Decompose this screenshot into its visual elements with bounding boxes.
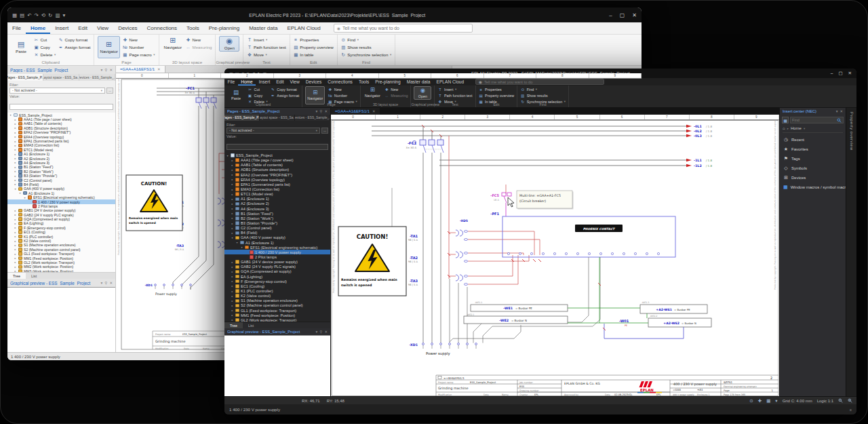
tree-expand-icon[interactable]: ▸ [14,252,17,256]
tree-item[interactable]: ▸ EA (Lighting) [224,274,330,279]
tree-item[interactable]: ▸ EFA2 (Overview "PROFINET") [224,172,330,177]
graphical-preview-header[interactable]: Graphical preview - ESS_Sample_Project ▾… [7,279,115,287]
insert-center-breadcrumb[interactable]: ⌂ ▸ Home ▾ [783,126,843,133]
tab-close-icon[interactable]: ✕ [372,109,376,113]
transformer-ta1[interactable]: -TA1 96 | 5 A [408,230,540,255]
tree-expand-icon[interactable]: ▸ [231,207,234,210]
tree-expand-icon[interactable]: ▾ [18,191,22,195]
tree-expand-icon[interactable]: ▸ [231,261,234,264]
tree-expand-icon[interactable]: ▸ [14,226,17,229]
tree-expand-icon[interactable]: ▸ [14,218,17,221]
space-navigator-button[interactable]: ⊞Navigator [363,86,382,98]
ribbon-tab[interactable]: Insert [50,22,73,34]
tree-item[interactable]: ▾ ESS_Sample_Project [224,153,330,158]
dock-tab[interactable]: Pages - ESS_Sample_P... [224,115,260,121]
text-insert-button[interactable]: TInsert▾ [247,37,285,43]
circuit-breaker-fc1[interactable]: -FC1 3× 30 A [406,126,443,153]
tree-expand-icon[interactable]: ▾ [9,113,12,117]
tree-item[interactable]: ▾ GAA (400 V power supply) [224,235,330,240]
tree-expand-icon[interactable]: ▸ [231,222,234,225]
tree-expand-icon[interactable]: ▸ [231,163,234,167]
insert-center-header[interactable]: Insert center (NEC) ▾ ✕ [780,108,846,115]
cut-button[interactable]: ✂Cut [34,37,56,43]
insert-center-item[interactable]: ◷ Recent [780,135,846,144]
panel-close-icon[interactable]: ✕ [324,109,328,113]
dock-tab[interactable]: Pages - ESS_Sample_P... [7,74,43,81]
tree-expand-icon[interactable]: ▸ [14,135,17,138]
tree-item[interactable]: ▸ GAB1 (24 V device power supply) [224,260,330,265]
insert-center-find[interactable] [790,117,844,123]
filter-select[interactable]: - Not activated -▾ [9,88,105,94]
terminal-strip-xd1[interactable]: -XD1 Power supply [409,343,477,357]
eplan-window-front[interactable]: ▦ ▤ ↶ ↷ ⟲ ↻ ▥ ▾ EPLAN Electric P8 2023 -… [224,69,856,415]
tree-expand-icon[interactable]: ▸ [14,239,17,243]
find-input[interactable] [792,118,837,122]
tree-item[interactable]: ▸ B2 (Station "Work") [224,216,330,220]
tab-close-icon[interactable]: ✕ [157,67,161,71]
tree-expand-icon[interactable]: ▸ [14,213,17,216]
tree-expand-icon[interactable]: ▸ [14,178,17,182]
paste-button[interactable]: ▤Paste [227,86,245,104]
tree-expand-icon[interactable]: ▸ [14,157,17,160]
ribbon-tab[interactable]: Home [26,22,50,34]
preview-open-button[interactable]: ◉Open [414,86,431,100]
cut-button[interactable]: ✂Cut [248,87,268,92]
tree-list-tab[interactable]: Tree [224,322,243,328]
tree-expand-icon[interactable]: ▸ [14,148,17,151]
ribbon-tab[interactable]: File [224,78,238,85]
panel-close-icon[interactable]: ✕ [109,281,113,285]
page-navigator-button[interactable]: ⊞Navigator [305,86,325,104]
busbar-a2-we2[interactable]: +A2-WE2 = Busbar N -WE2.2 [648,315,711,327]
preview-open-button[interactable]: ◉Open [219,36,239,52]
graphical-preview-thumbnail[interactable] [224,335,330,396]
tree-item[interactable]: ▸ K2 (Valve control) [224,294,330,298]
show-results-button[interactable]: ▥Show results [520,93,566,98]
tellme-search[interactable]: ◉ [334,24,473,33]
panel-menu-icon[interactable]: ▾ [101,68,103,72]
chevron-down-icon[interactable]: ▾ [804,127,805,130]
zoom-out-icon[interactable] [838,398,843,403]
ribbon-tab[interactable]: Connections [325,78,356,85]
tree-item[interactable]: ▸ EPA1 (Summarized parts list) [224,182,330,187]
tree-item[interactable]: ▸ S2 (Machine operation control panel) [224,303,330,308]
panel-pin-icon[interactable]: ⚲ [104,68,107,72]
tree-item[interactable]: ▸ AAA1 (Title page / cover sheet) [224,158,330,163]
tree-expand-icon[interactable]: ▸ [14,153,17,156]
value-input[interactable] [226,144,328,150]
space-navigator-button[interactable]: ⊞Navigator [163,36,183,51]
print-icon[interactable]: ▥ [55,12,60,18]
insert-center-item[interactable]: ⊞ Devices [780,173,846,182]
tree-expand-icon[interactable]: ▸ [231,182,234,186]
tree-expand-icon[interactable]: ▸ [14,209,17,212]
page-new-button[interactable]: ✚New [328,87,357,92]
tree-expand-icon[interactable]: ▸ [231,275,234,278]
circuit-breaker-fc1[interactable]: -FC1 3× 30 A [184,86,216,109]
tree-item[interactable]: ▸ GL1 (Feed workpiece: Transport) [224,308,330,313]
panel-pin-icon[interactable]: ⚲ [319,330,322,334]
graphical-preview-header[interactable]: Graphical preview - ESS_Sample_Project ▾… [224,328,330,335]
tellme-input[interactable] [342,26,469,31]
property-overview-button[interactable]: ▤Property overview [479,93,515,98]
tree-item[interactable]: ▸ S1 (Machine operation enclosure) [224,298,330,303]
graphical-preview-thumbnail[interactable] [7,287,115,352]
update-icon[interactable]: ↻ [48,12,52,18]
close-button[interactable]: ✕ [848,71,852,76]
tree-item[interactable]: ▾ A1 (Enclosure 1) [224,240,330,245]
value-input[interactable] [9,104,113,110]
move-button[interactable]: ✥Move▾ [247,52,285,58]
ribbon-tab[interactable]: Edit [73,22,92,34]
busbar-we2[interactable]: -WE2 = Busbar N -WE2.1 [464,313,568,324]
tree-expand-icon[interactable]: ▸ [231,188,234,191]
tree-expand-icon[interactable]: ▾ [240,246,243,249]
tree-expand-icon[interactable]: ▸ [231,216,234,220]
assign-format-button[interactable]: ✒Assign format [58,44,90,51]
tree-item[interactable]: ▸ EMA3 (Connection list) [224,187,330,191]
project-icon[interactable]: ▦ [12,12,17,18]
in-table-button[interactable]: ▦In table [294,52,334,58]
tree-expand-icon[interactable]: ▸ [231,178,234,181]
ribbon-tab[interactable]: Devices [113,22,142,34]
space-new-button[interactable]: ✚New [186,37,212,43]
ribbon-tab[interactable]: View [287,78,302,85]
tree-expand-icon[interactable]: ▸ [231,304,234,307]
tree-expand-icon[interactable]: ▸ [231,299,234,303]
